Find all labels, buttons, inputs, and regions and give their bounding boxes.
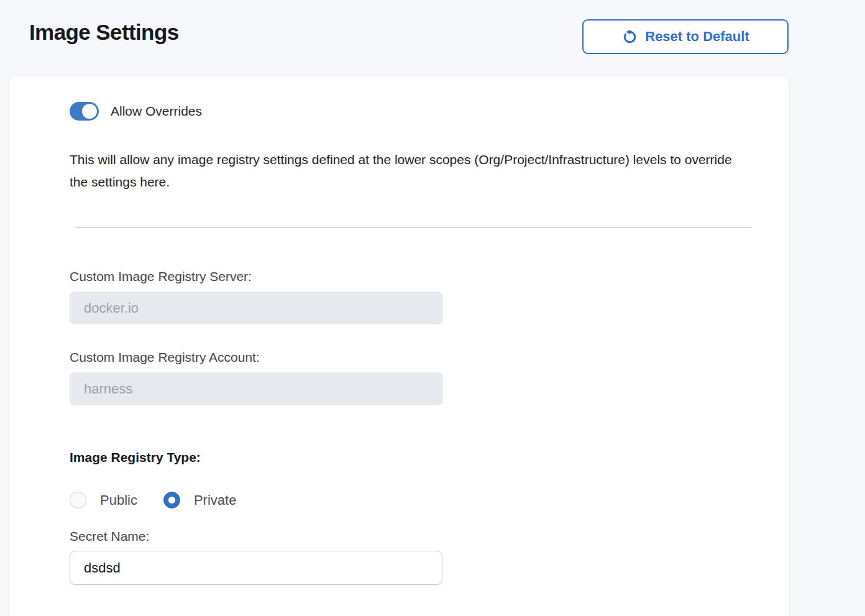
secret-name-label: Secret Name: bbox=[70, 529, 752, 544]
radio-private-icon[interactable] bbox=[163, 492, 180, 508]
radio-public-label: Public bbox=[100, 492, 137, 508]
registry-account-input[interactable] bbox=[70, 372, 443, 405]
radio-option-public[interactable]: Public bbox=[70, 492, 137, 508]
overrides-description: This will allow any image registry setti… bbox=[70, 149, 752, 193]
registry-server-input[interactable] bbox=[70, 292, 443, 324]
secret-name-input[interactable] bbox=[70, 551, 442, 585]
reset-to-default-button[interactable]: Reset to Default bbox=[582, 19, 789, 54]
registry-type-radio-group: Public Private bbox=[70, 492, 752, 508]
registry-server-label: Custom Image Registry Server: bbox=[70, 269, 752, 284]
reset-icon bbox=[621, 29, 638, 45]
radio-option-private[interactable]: Private bbox=[163, 492, 236, 508]
radio-public-icon[interactable] bbox=[70, 492, 86, 508]
registry-type-label: Image Registry Type: bbox=[70, 450, 752, 465]
allow-overrides-toggle[interactable] bbox=[70, 102, 99, 121]
section-divider bbox=[75, 227, 752, 228]
allow-overrides-label: Allow Overrides bbox=[111, 104, 202, 119]
allow-overrides-row: Allow Overrides bbox=[70, 102, 752, 121]
registry-account-label: Custom Image Registry Account: bbox=[70, 350, 752, 365]
image-settings-card: Allow Overrides This will allow any imag… bbox=[9, 76, 789, 616]
reset-button-label: Reset to Default bbox=[645, 29, 749, 45]
page-header: Image Settings Reset to Default bbox=[0, 0, 865, 76]
radio-private-label: Private bbox=[194, 492, 236, 508]
toggle-knob-icon bbox=[82, 104, 97, 119]
page-title: Image Settings bbox=[29, 20, 179, 45]
